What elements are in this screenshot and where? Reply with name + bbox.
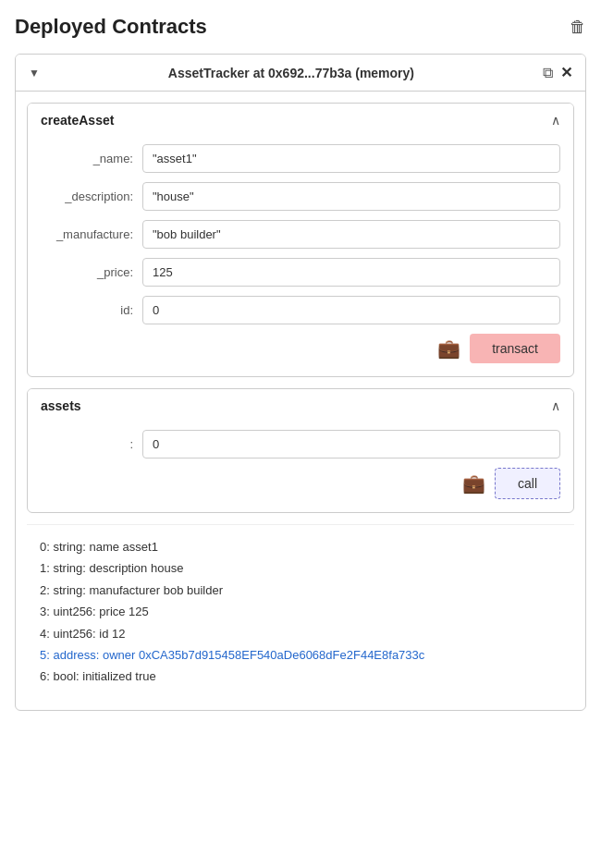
copy-icon[interactable]: ⧉ (543, 65, 553, 81)
briefcase-icon[interactable]: 💼 (437, 337, 460, 360)
call-button[interactable]: call (495, 468, 560, 499)
field-input-id[interactable] (142, 296, 560, 324)
output-line: 6: bool: initialized true (40, 666, 561, 687)
output-line: 5: address: owner 0xCA35b7d915458EF540aD… (40, 644, 561, 666)
output-line: 4: uint256: id 12 (40, 623, 561, 644)
page-header: Deployed Contracts 🗑 (15, 15, 586, 39)
field-row-price: _price: (41, 258, 560, 287)
field-row-id: id: (41, 296, 560, 324)
field-label-price: _price: (41, 265, 142, 279)
briefcase-dark-icon[interactable]: 💼 (462, 472, 485, 495)
field-input-price[interactable] (142, 258, 560, 287)
field-label-name: _name: (41, 152, 142, 165)
assets-chevron-icon[interactable]: ∧ (551, 398, 560, 413)
create-asset-title: createAsset (41, 113, 114, 128)
assets-field-label: : (41, 437, 142, 451)
assets-field-row: : (41, 430, 560, 458)
output-line: 0: string: name asset1 (40, 536, 561, 557)
field-label-manufacture: _manufacture: (41, 227, 142, 241)
output-line: 1: string: description house (40, 557, 561, 579)
create-asset-chevron-icon[interactable]: ∧ (551, 113, 560, 128)
field-input-manufacture[interactable] (142, 220, 560, 249)
assets-section: assets ∧ : 💼 call (27, 388, 574, 513)
create-asset-header: createAsset ∧ (28, 104, 573, 137)
output-line: 2: string: manufacturer bob builder (40, 580, 561, 601)
field-input-description[interactable] (142, 182, 560, 211)
field-input-name[interactable] (142, 144, 560, 173)
assets-body: : 💼 call (28, 422, 573, 512)
contract-header: ▼ AssetTracker at 0x692...77b3a (memory)… (16, 55, 585, 92)
field-label-description: _description: (41, 189, 142, 203)
create-asset-section: createAsset ∧ _name: _description: _manu… (27, 103, 574, 377)
transact-button[interactable]: transact (470, 334, 560, 363)
assets-title: assets (41, 398, 81, 413)
create-asset-action-row: 💼 transact (41, 334, 560, 363)
trash-icon[interactable]: 🗑 (570, 18, 586, 37)
field-row-description: _description: (41, 182, 560, 211)
output-line: 3: uint256: price 125 (40, 601, 561, 622)
assets-header: assets ∧ (28, 389, 573, 422)
contract-chevron-icon[interactable]: ▼ (29, 67, 40, 79)
close-icon[interactable]: ✕ (560, 64, 572, 81)
output-section: 0: string: name asset11: string: descrip… (27, 525, 574, 699)
page-container: Deployed Contracts 🗑 ▼ AssetTracker at 0… (0, 0, 601, 740)
assets-action-row: 💼 call (41, 468, 560, 499)
field-row-name: _name: (41, 144, 560, 173)
field-label-id: id: (41, 303, 142, 317)
create-asset-body: _name: _description: _manufacture: _pric… (28, 137, 573, 376)
field-row-manufacture: _manufacture: (41, 220, 560, 249)
contract-block: ▼ AssetTracker at 0x692...77b3a (memory)… (15, 54, 586, 711)
page-title: Deployed Contracts (15, 15, 207, 39)
assets-field-input[interactable] (142, 430, 560, 458)
contract-title: AssetTracker at 0x692...77b3a (memory) (47, 66, 535, 80)
